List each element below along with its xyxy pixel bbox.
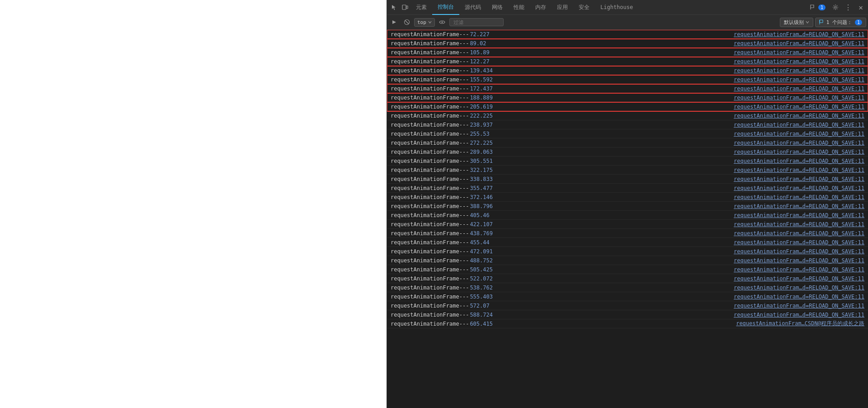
console-row[interactable]: requestAnimationFrame--- 355.477 request… — [387, 184, 868, 193]
row-source[interactable]: requestAnimationFram…d=RELOAD_ON_SAVE:11 — [726, 113, 864, 119]
cursor-icon[interactable] — [389, 2, 400, 13]
row-source[interactable]: requestAnimationFram…d=RELOAD_ON_SAVE:11 — [726, 212, 864, 218]
context-selector[interactable]: top — [414, 18, 435, 27]
close-icon[interactable]: ✕ — [855, 2, 866, 13]
row-left: requestAnimationFrame--- 122.27 — [391, 58, 726, 65]
more-icon[interactable]: ⋮ — [843, 2, 854, 13]
row-source[interactable]: requestAnimationFram…d=RELOAD_ON_SAVE:11 — [726, 312, 864, 318]
row-source[interactable]: requestAnimationFram…d=RELOAD_ON_SAVE:11 — [726, 31, 864, 38]
console-row[interactable]: requestAnimationFrame--- 388.796 request… — [387, 202, 868, 211]
row-number: 255.53 — [470, 131, 489, 137]
console-row[interactable]: requestAnimationFrame--- 272.225 request… — [387, 138, 868, 147]
row-source[interactable]: requestAnimationFram…d=RELOAD_ON_SAVE:11 — [726, 303, 864, 309]
console-row[interactable]: requestAnimationFrame--- 322.175 request… — [387, 166, 868, 175]
console-row[interactable]: requestAnimationFrame--- 255.53 requestA… — [387, 129, 868, 138]
issues-count-btn[interactable]: 1 个问题： 1 — [815, 18, 866, 27]
console-row[interactable]: requestAnimationFrame--- 422.107 request… — [387, 220, 868, 229]
row-source[interactable]: requestAnimationFram…d=RELOAD_ON_SAVE:11 — [726, 266, 864, 273]
tab-application[interactable]: 应用 — [552, 0, 573, 15]
row-source[interactable]: requestAnimationFram…d=RELOAD_ON_SAVE:11 — [726, 194, 864, 200]
tab-console[interactable]: 控制台 — [432, 0, 459, 15]
row-source[interactable]: requestAnimationFram…d=RELOAD_ON_SAVE:11 — [726, 95, 864, 101]
console-row[interactable]: requestAnimationFrame--- 305.551 request… — [387, 157, 868, 166]
row-source[interactable]: requestAnimationFram…d=RELOAD_ON_SAVE:11 — [726, 257, 864, 264]
console-output: requestAnimationFrame--- 72.227 requestA… — [387, 30, 868, 408]
console-row[interactable]: requestAnimationFrame--- 89.02 requestAn… — [387, 39, 868, 48]
tab-performance[interactable]: 性能 — [508, 0, 530, 15]
console-row[interactable]: requestAnimationFrame--- 488.752 request… — [387, 256, 868, 265]
row-number: 89.02 — [470, 40, 486, 47]
console-row[interactable]: requestAnimationFrame--- 405.46 requestA… — [387, 211, 868, 220]
row-number: 139.434 — [470, 67, 493, 74]
row-source[interactable]: requestAnimationFram…d=RELOAD_ON_SAVE:11 — [726, 203, 864, 209]
row-source[interactable]: requestAnimationFram…d=RELOAD_ON_SAVE:11 — [726, 140, 864, 146]
console-row[interactable]: requestAnimationFrame--- 289.063 request… — [387, 147, 868, 157]
row-left: requestAnimationFrame--- 322.175 — [391, 167, 726, 173]
devtools-panel: 元素 控制台 源代码 网络 性能 内存 应用 安全 Lighthouse 1 — [387, 0, 868, 408]
row-source[interactable]: requestAnimationFram…d=RELOAD_ON_SAVE:11 — [726, 40, 864, 47]
console-row[interactable]: requestAnimationFrame--- 155.592 request… — [387, 75, 868, 84]
tab-memory[interactable]: 内存 — [530, 0, 552, 15]
row-source[interactable]: requestAnimationFram…d=RELOAD_ON_SAVE:11 — [726, 248, 864, 255]
console-row[interactable]: requestAnimationFrame--- 122.27 requestA… — [387, 57, 868, 66]
tab-network[interactable]: 网络 — [486, 0, 508, 15]
level-dropdown[interactable]: 默认级别 — [780, 18, 813, 27]
console-row[interactable]: requestAnimationFrame--- 238.937 request… — [387, 120, 868, 129]
row-source[interactable]: requestAnimationFram…d=RELOAD_ON_SAVE:11 — [726, 275, 864, 282]
console-row[interactable]: requestAnimationFrame--- 172.437 request… — [387, 84, 868, 93]
row-source[interactable]: requestAnimationFram…d=RELOAD_ON_SAVE:11 — [726, 221, 864, 228]
console-row[interactable]: requestAnimationFrame--- 205.619 request… — [387, 102, 868, 111]
row-source[interactable]: requestAnimationFram…d=RELOAD_ON_SAVE:11 — [726, 230, 864, 237]
row-source[interactable]: requestAnimationFram…d=RELOAD_ON_SAVE:11 — [726, 149, 864, 155]
tab-security[interactable]: 安全 — [573, 0, 595, 15]
row-source[interactable]: requestAnimationFram…d=RELOAD_ON_SAVE:11 — [726, 58, 864, 65]
console-row[interactable]: requestAnimationFrame--- 572.07 requestA… — [387, 301, 868, 310]
console-row[interactable]: requestAnimationFrame--- 139.434 request… — [387, 66, 868, 75]
console-row[interactable]: requestAnimationFrame--- 188.889 request… — [387, 93, 868, 102]
row-source[interactable]: requestAnimationFram…d=RELOAD_ON_SAVE:11 — [726, 176, 864, 182]
row-source[interactable]: requestAnimationFram…d=RELOAD_ON_SAVE:11 — [726, 85, 864, 92]
row-source[interactable]: requestAnimationFram…CSDN@程序员的成长之路 — [729, 320, 864, 327]
console-row[interactable]: requestAnimationFrame--- 372.146 request… — [387, 193, 868, 202]
row-source[interactable]: requestAnimationFram…d=RELOAD_ON_SAVE:11 — [726, 239, 864, 246]
clear-icon[interactable] — [401, 17, 412, 28]
console-row[interactable]: requestAnimationFrame--- 338.833 request… — [387, 175, 868, 184]
row-source[interactable]: requestAnimationFram…d=RELOAD_ON_SAVE:11 — [726, 285, 864, 291]
tab-sources[interactable]: 源代码 — [459, 0, 486, 15]
console-row[interactable]: requestAnimationFrame--- 555.403 request… — [387, 292, 868, 301]
console-row[interactable]: requestAnimationFrame--- 588.724 request… — [387, 310, 868, 319]
console-row[interactable]: requestAnimationFrame--- 538.762 request… — [387, 283, 868, 292]
console-row[interactable]: requestAnimationFrame--- 522.072 request… — [387, 274, 868, 283]
row-source[interactable]: requestAnimationFram…d=RELOAD_ON_SAVE:11 — [726, 67, 864, 74]
console-row[interactable]: requestAnimationFrame--- 472.091 request… — [387, 247, 868, 256]
row-source[interactable]: requestAnimationFram…d=RELOAD_ON_SAVE:11 — [726, 185, 864, 191]
console-row[interactable]: requestAnimationFrame--- 455.44 requestA… — [387, 238, 868, 247]
row-source[interactable]: requestAnimationFram…d=RELOAD_ON_SAVE:11 — [726, 49, 864, 56]
device-toggle-icon[interactable] — [400, 2, 410, 13]
issues-icon[interactable]: 1 — [807, 2, 828, 13]
row-source[interactable]: requestAnimationFram…d=RELOAD_ON_SAVE:11 — [726, 131, 864, 137]
row-text: requestAnimationFrame--- — [391, 221, 469, 228]
row-source[interactable]: requestAnimationFram…d=RELOAD_ON_SAVE:11 — [726, 167, 864, 173]
console-row[interactable]: requestAnimationFrame--- 105.89 requestA… — [387, 48, 868, 57]
console-row[interactable]: requestAnimationFrame--- 605.415 request… — [387, 319, 868, 328]
row-text: requestAnimationFrame--- — [391, 239, 469, 246]
console-row[interactable]: requestAnimationFrame--- 222.225 request… — [387, 111, 868, 120]
row-left: requestAnimationFrame--- 272.225 — [391, 140, 726, 146]
execute-icon[interactable] — [389, 17, 400, 28]
row-left: requestAnimationFrame--- 405.46 — [391, 212, 726, 218]
row-source[interactable]: requestAnimationFram…d=RELOAD_ON_SAVE:11 — [726, 76, 864, 83]
row-number: 272.225 — [470, 140, 493, 146]
row-source[interactable]: requestAnimationFram…d=RELOAD_ON_SAVE:11 — [726, 294, 864, 300]
filter-input[interactable] — [449, 18, 504, 26]
console-row[interactable]: requestAnimationFrame--- 72.227 requestA… — [387, 30, 868, 39]
row-source[interactable]: requestAnimationFram…d=RELOAD_ON_SAVE:11 — [726, 104, 864, 110]
tab-elements[interactable]: 元素 — [410, 0, 432, 15]
console-row[interactable]: requestAnimationFrame--- 438.769 request… — [387, 229, 868, 238]
eye-icon[interactable] — [437, 17, 448, 28]
settings-icon[interactable] — [830, 2, 841, 13]
row-source[interactable]: requestAnimationFram…d=RELOAD_ON_SAVE:11 — [726, 158, 864, 164]
console-row[interactable]: requestAnimationFrame--- 505.425 request… — [387, 265, 868, 274]
row-source[interactable]: requestAnimationFram…d=RELOAD_ON_SAVE:11 — [726, 122, 864, 128]
tab-lighthouse[interactable]: Lighthouse — [595, 0, 638, 15]
